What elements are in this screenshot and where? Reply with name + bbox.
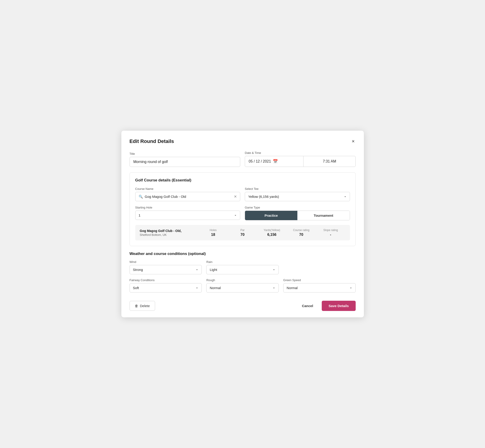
rough-label: Rough xyxy=(206,278,279,282)
rain-label: Rain xyxy=(206,260,279,264)
rough-group: Rough Short Normal Long xyxy=(206,278,279,293)
course-name-col: Gog Magog Golf Club - Old, Shelford Bott… xyxy=(140,229,199,237)
fairway-dropdown[interactable]: Dry Soft Normal Wet xyxy=(129,283,202,293)
yards-value: 6,156 xyxy=(267,233,276,237)
delete-button[interactable]: 🗑 Delete xyxy=(129,301,155,311)
date-time-label: Date & Time xyxy=(245,151,356,155)
yards-label: Yards(Yellow) xyxy=(264,229,280,232)
search-icon: 🔍 xyxy=(139,195,143,199)
starting-hole-group: Starting Hole 1 2 10 xyxy=(135,206,241,220)
time-field[interactable]: 7:31 AM xyxy=(304,156,355,167)
rain-group: Rain None Light Moderate Heavy xyxy=(206,260,279,274)
yards-stat: Yards(Yellow) 6,156 xyxy=(257,229,287,237)
fairway-rough-green-row: Fairway Conditions Dry Soft Normal Wet R… xyxy=(129,278,356,293)
green-speed-group: Green Speed Slow Normal Fast Very Fast xyxy=(283,278,356,293)
save-button[interactable]: Save Details xyxy=(322,301,356,311)
course-rating-stat: Course rating 70 xyxy=(287,229,316,237)
date-field[interactable]: 05 / 12 / 2021 📅 xyxy=(245,156,304,167)
date-time-row: 05 / 12 / 2021 📅 7:31 AM xyxy=(245,156,356,167)
course-name-input[interactable] xyxy=(145,195,232,199)
holes-value: 18 xyxy=(211,233,215,237)
title-input[interactable] xyxy=(129,157,241,167)
title-label: Title xyxy=(129,152,241,155)
par-label: Par xyxy=(241,229,245,232)
delete-label: Delete xyxy=(140,304,150,308)
rain-dropdown[interactable]: None Light Moderate Heavy xyxy=(206,265,279,274)
holes-stat: Holes 18 xyxy=(199,229,228,237)
green-speed-label: Green Speed xyxy=(283,278,356,282)
starting-hole-game-type-row: Starting Hole 1 2 10 Game Type Practice … xyxy=(135,206,350,220)
course-info-row: Gog Magog Golf Club - Old, Shelford Bott… xyxy=(135,225,350,240)
date-group: Date & Time 05 / 12 / 2021 📅 7:31 AM xyxy=(245,151,356,167)
holes-label: Holes xyxy=(210,229,217,232)
starting-hole-label: Starting Hole xyxy=(135,206,241,209)
game-type-toggle: Practice Tournament xyxy=(245,211,350,220)
game-type-group: Game Type Practice Tournament xyxy=(245,206,350,220)
slope-rating-stat: Slope rating - xyxy=(316,229,345,237)
edit-round-modal: Edit Round Details × Title Date & Time 0… xyxy=(121,131,364,317)
course-name-label: Course Name xyxy=(135,187,241,191)
par-stat: Par 70 xyxy=(228,229,257,237)
wind-group: Wind Calm Light Moderate Strong Very Str… xyxy=(129,260,202,274)
modal-header: Edit Round Details × xyxy=(129,138,356,145)
golf-course-title: Golf Course details (Essential) xyxy=(135,178,350,183)
course-name-input-wrapper[interactable]: 🔍 ✕ xyxy=(135,192,241,201)
modal-footer: 🗑 Delete Cancel Save Details xyxy=(129,299,356,311)
cancel-button[interactable]: Cancel xyxy=(298,301,317,311)
title-group: Title xyxy=(129,152,241,167)
course-rating-label: Course rating xyxy=(293,229,309,232)
starting-hole-dropdown[interactable]: 1 2 10 xyxy=(135,211,241,220)
footer-right: Cancel Save Details xyxy=(298,301,356,311)
course-info-name: Gog Magog Golf Club - Old, xyxy=(140,229,199,233)
select-tee-label: Select Tee xyxy=(245,187,350,191)
green-speed-dropdown[interactable]: Slow Normal Fast Very Fast xyxy=(283,283,356,293)
slope-rating-value: - xyxy=(330,233,331,237)
top-row: Title Date & Time 05 / 12 / 2021 📅 7:31 … xyxy=(129,151,356,167)
game-type-label: Game Type xyxy=(245,206,350,209)
trash-icon: 🗑 xyxy=(135,304,138,308)
golf-course-section: Golf Course details (Essential) Course N… xyxy=(129,172,356,246)
fairway-group: Fairway Conditions Dry Soft Normal Wet xyxy=(129,278,202,293)
course-name-tee-row: Course Name 🔍 ✕ Select Tee Yellow (6,156… xyxy=(135,187,350,201)
select-tee-dropdown[interactable]: Yellow (6,156 yards) White (6,500 yards)… xyxy=(245,192,350,201)
wind-dropdown[interactable]: Calm Light Moderate Strong Very Strong xyxy=(129,265,202,274)
select-tee-group: Select Tee Yellow (6,156 yards) White (6… xyxy=(245,187,350,201)
modal-title: Edit Round Details xyxy=(129,138,174,144)
course-rating-value: 70 xyxy=(299,233,303,237)
wind-label: Wind xyxy=(129,260,202,264)
rough-dropdown[interactable]: Short Normal Long xyxy=(206,283,279,293)
course-name-group: Course Name 🔍 ✕ xyxy=(135,187,241,201)
clear-course-icon[interactable]: ✕ xyxy=(234,194,237,199)
wind-rain-row: Wind Calm Light Moderate Strong Very Str… xyxy=(129,260,356,274)
date-value: 05 / 12 / 2021 xyxy=(249,159,271,163)
course-info-location: Shelford Bottom, UK xyxy=(140,233,199,237)
tournament-toggle-button[interactable]: Tournament xyxy=(297,211,350,220)
slope-rating-label: Slope rating xyxy=(323,229,338,232)
par-value: 70 xyxy=(241,233,244,237)
spacer xyxy=(283,260,356,274)
weather-section: Weather and course conditions (optional)… xyxy=(129,252,356,293)
practice-toggle-button[interactable]: Practice xyxy=(245,211,297,220)
close-button[interactable]: × xyxy=(351,138,356,145)
time-value: 7:31 AM xyxy=(323,159,336,163)
fairway-label: Fairway Conditions xyxy=(129,278,202,282)
calendar-icon: 📅 xyxy=(273,159,278,164)
weather-title: Weather and course conditions (optional) xyxy=(129,252,356,256)
